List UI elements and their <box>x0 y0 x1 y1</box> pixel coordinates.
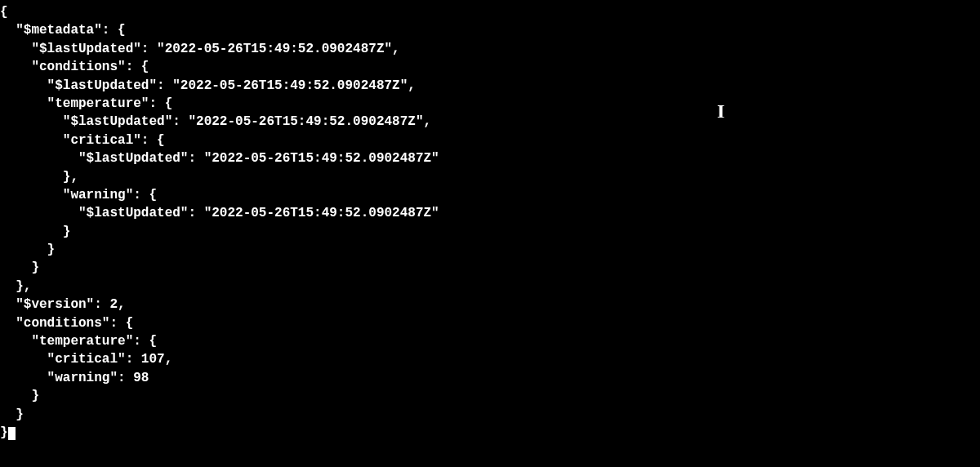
code-line: } <box>0 407 24 422</box>
terminal-cursor-icon <box>8 427 16 440</box>
code-line: "$lastUpdated": "2022-05-26T15:49:52.090… <box>0 151 439 166</box>
code-line: } <box>0 260 39 275</box>
code-line: "temperature": { <box>0 96 172 111</box>
code-line: "$lastUpdated": "2022-05-26T15:49:52.090… <box>0 42 400 56</box>
code-line: "temperature": { <box>0 334 157 349</box>
code-line: } <box>0 242 55 257</box>
code-line: "warning": { <box>0 188 157 202</box>
code-line: "conditions": { <box>0 60 149 74</box>
code-line: "$version": 2, <box>0 297 126 312</box>
code-line: "conditions": { <box>0 316 133 331</box>
code-line: "$lastUpdated": "2022-05-26T15:49:52.090… <box>0 206 439 220</box>
code-line: "critical": { <box>0 133 165 148</box>
code-line: } <box>0 225 70 239</box>
code-line: { <box>0 5 8 20</box>
code-line: "$lastUpdated": "2022-05-26T15:49:52.090… <box>0 78 416 93</box>
code-line: "$metadata": { <box>0 23 126 38</box>
code-line: "warning": 98 <box>0 371 149 385</box>
terminal-output[interactable]: { "$metadata": { "$lastUpdated": "2022-0… <box>0 3 980 442</box>
code-line: }, <box>0 279 31 294</box>
code-line: } <box>0 425 8 440</box>
code-line: }, <box>0 170 78 185</box>
code-line: "critical": 107, <box>0 352 172 367</box>
code-line: "$lastUpdated": "2022-05-26T15:49:52.090… <box>0 114 431 129</box>
code-line: } <box>0 389 39 403</box>
